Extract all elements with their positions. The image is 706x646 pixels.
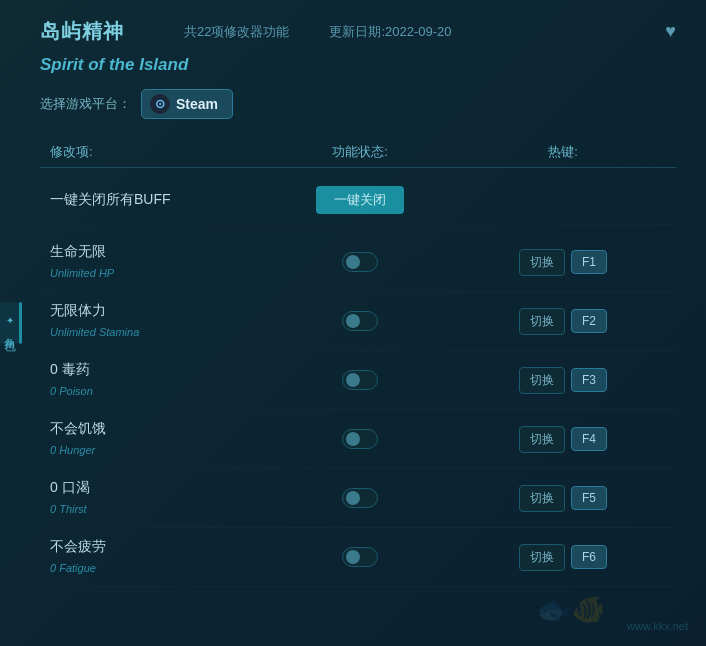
steam-logo-icon: ⊙ xyxy=(150,94,170,114)
mod-toggle-area xyxy=(270,370,450,390)
mod-hotkey-area: 切换 F3 xyxy=(450,367,676,394)
watermark: www.kkx.net xyxy=(627,620,688,632)
toggle-knob xyxy=(346,432,360,446)
mod-row: 生命无限 Unlimited HP 切换 F1 xyxy=(40,233,676,292)
hotkey-switch-button[interactable]: 切换 xyxy=(519,485,565,512)
hotkey-key: F5 xyxy=(571,486,607,510)
mod-hotkey-area: 切换 F5 xyxy=(450,485,676,512)
onekey-status: 一键关闭 xyxy=(270,186,450,214)
mod-hotkey-area: 切换 F6 xyxy=(450,544,676,571)
mod-name-cn: 不会饥饿 xyxy=(50,420,270,438)
mod-name-block: 0 毒药 0 Poison xyxy=(50,361,270,399)
mod-row: 0 口渴 0 Thirst 切换 F5 xyxy=(40,469,676,528)
hotkey-switch-button[interactable]: 切换 xyxy=(519,249,565,276)
mod-hotkey-area: 切换 F4 xyxy=(450,426,676,453)
toggle-knob xyxy=(346,314,360,328)
mod-name-en: Unlimited HP xyxy=(50,267,114,279)
mod-name-en: 0 Hunger xyxy=(50,444,95,456)
mod-toggle[interactable] xyxy=(342,547,378,567)
toggle-knob xyxy=(346,550,360,564)
mod-toggle-area xyxy=(270,547,450,567)
mod-toggle[interactable] xyxy=(342,488,378,508)
platform-button-label: Steam xyxy=(176,96,218,112)
toggle-knob xyxy=(346,491,360,505)
favorite-icon[interactable]: ♥ xyxy=(665,21,676,42)
hotkey-key: F1 xyxy=(571,250,607,274)
mod-toggle[interactable] xyxy=(342,252,378,272)
mod-name-block: 生命无限 Unlimited HP xyxy=(50,243,270,281)
col-header-mod: 修改项: xyxy=(50,143,270,161)
mod-name-en: Unlimited Stamina xyxy=(50,326,139,338)
mod-toggle-area xyxy=(270,429,450,449)
mod-name-block: 无限体力 Unlimited Stamina xyxy=(50,302,270,340)
header-meta: 共22项修改器功能 更新日期:2022-09-20 xyxy=(184,23,452,41)
hotkey-key: F2 xyxy=(571,309,607,333)
fish-icon: 🐟🐠 xyxy=(536,593,606,626)
mod-name-cn: 0 口渴 xyxy=(50,479,270,497)
onekey-row: 一键关闭所有BUFF 一键关闭 xyxy=(40,176,676,225)
mod-name-block: 不会疲劳 0 Fatigue xyxy=(50,538,270,576)
mod-name-cn: 无限体力 xyxy=(50,302,270,320)
toggle-knob xyxy=(346,373,360,387)
hotkey-switch-button[interactable]: 切换 xyxy=(519,308,565,335)
title-en: Spirit of the Island xyxy=(40,55,676,75)
onekey-label: 一键关闭所有BUFF xyxy=(50,191,270,209)
col-header-status: 功能状态: xyxy=(270,143,450,161)
platform-button[interactable]: ⊙ Steam xyxy=(141,89,233,119)
mod-row: 0 毒药 0 Poison 切换 F3 xyxy=(40,351,676,410)
header: 岛屿精神 共22项修改器功能 更新日期:2022-09-20 ♥ xyxy=(40,18,676,45)
mod-row: 不会饥饿 0 Hunger 切换 F4 xyxy=(40,410,676,469)
platform-row: 选择游戏平台： ⊙ Steam xyxy=(40,89,676,119)
side-tab-label: 角色 xyxy=(1,328,18,332)
mod-toggle[interactable] xyxy=(342,370,378,390)
platform-label: 选择游戏平台： xyxy=(40,95,131,113)
hotkey-switch-button[interactable]: 切换 xyxy=(519,367,565,394)
title-cn: 岛屿精神 xyxy=(40,18,124,45)
onekey-button[interactable]: 一键关闭 xyxy=(316,186,404,214)
mod-row: 无限体力 Unlimited Stamina 切换 F2 xyxy=(40,292,676,351)
mod-name-en: 0 Fatigue xyxy=(50,562,96,574)
mod-hotkey-area: 切换 F2 xyxy=(450,308,676,335)
mod-name-cn: 生命无限 xyxy=(50,243,270,261)
hotkey-key: F3 xyxy=(571,368,607,392)
mod-name-cn: 不会疲劳 xyxy=(50,538,270,556)
mod-row: 不会疲劳 0 Fatigue 切换 F6 xyxy=(40,528,676,587)
hotkey-key: F6 xyxy=(571,545,607,569)
mod-name-block: 0 口渴 0 Thirst xyxy=(50,479,270,517)
mod-hotkey-area: 切换 F1 xyxy=(450,249,676,276)
column-headers: 修改项: 功能状态: 热键: xyxy=(40,137,676,168)
mod-toggle-area xyxy=(270,488,450,508)
mod-name-en: 0 Thirst xyxy=(50,503,87,515)
mod-name-cn: 0 毒药 xyxy=(50,361,270,379)
side-tab[interactable]: ✦ 角色 xyxy=(0,303,22,344)
mod-toggle-area xyxy=(270,311,450,331)
hotkey-switch-button[interactable]: 切换 xyxy=(519,426,565,453)
col-header-hotkey: 热键: xyxy=(450,143,676,161)
mod-toggle[interactable] xyxy=(342,311,378,331)
mod-name-block: 不会饥饿 0 Hunger xyxy=(50,420,270,458)
update-date: 更新日期:2022-09-20 xyxy=(329,23,451,41)
mod-toggle[interactable] xyxy=(342,429,378,449)
mod-count: 共22项修改器功能 xyxy=(184,23,289,41)
side-tab-icon: ✦ xyxy=(6,315,14,326)
mod-toggle-area xyxy=(270,252,450,272)
hotkey-switch-button[interactable]: 切换 xyxy=(519,544,565,571)
toggle-knob xyxy=(346,255,360,269)
main-container: ✦ 角色 岛屿精神 共22项修改器功能 更新日期:2022-09-20 ♥ Sp… xyxy=(0,0,706,646)
mod-list: 生命无限 Unlimited HP 切换 F1 无限体力 Unlimited S… xyxy=(40,233,676,587)
hotkey-key: F4 xyxy=(571,427,607,451)
watermark-logo: 🐟🐠 xyxy=(536,593,606,626)
mod-name-en: 0 Poison xyxy=(50,385,93,397)
